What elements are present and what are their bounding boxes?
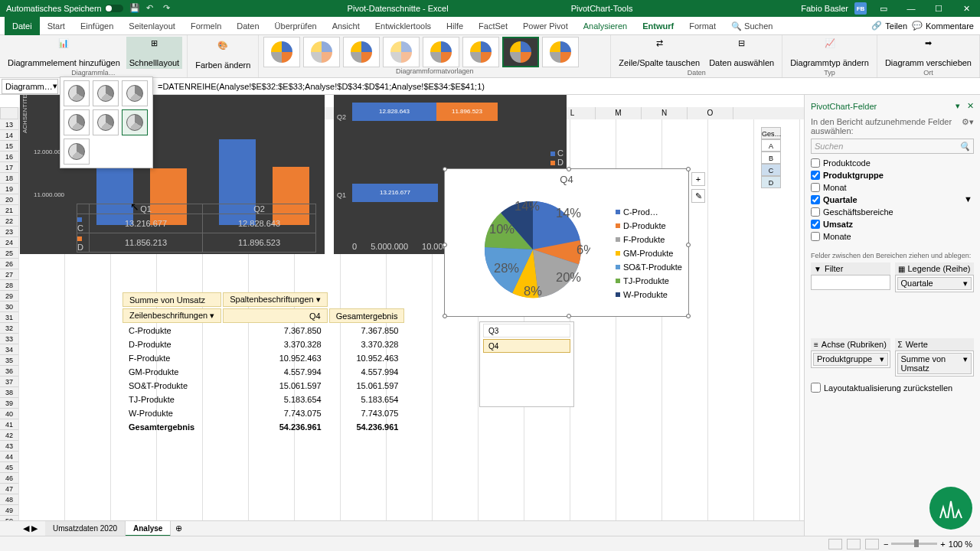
user-avatar[interactable]: FB [854,2,867,15]
slicer-item-q3[interactable]: Q3 [483,324,570,337]
tab-daten[interactable]: Daten [229,17,266,35]
zoom-level[interactable]: 100 % [949,540,972,549]
field-item[interactable]: Produktgruppe [811,169,974,181]
field-item[interactable]: Monat [811,181,974,194]
tab-analysieren[interactable]: Analysieren [576,17,635,35]
tool-title: PivotChart-Tools [571,4,633,13]
chart-plus-button[interactable]: + [691,172,705,186]
comments-button[interactable]: 💬 Kommentare [912,21,974,31]
chart-brush-button[interactable]: ✎ [691,189,705,203]
axis-pill[interactable]: Produktgruppe▾ [813,353,888,366]
quick-layout-button[interactable]: ⊞Schnelllayout [126,37,182,69]
fields-dropdown-icon[interactable]: ▾ [956,101,960,110]
field-item[interactable]: Produktcode [811,157,974,169]
zoom-slider[interactable] [891,543,937,545]
filter-icon[interactable]: ▼ [964,194,972,204]
sheet-tab-umsatz[interactable]: Umsatzdaten 2020 [45,521,126,536]
layout-option-6[interactable] [122,109,148,135]
tab-powerpivot[interactable]: Power Pivot [515,17,576,35]
tab-formeln[interactable]: Formeln [183,17,229,35]
normal-view-button[interactable] [828,539,842,549]
search-tab[interactable]: 🔍 Suchen [724,17,780,35]
switch-row-col-button[interactable]: ⇄Zeile/Spalte tauschen [616,37,703,69]
page-break-view-button[interactable] [865,539,879,549]
move-chart-button[interactable]: ➡Diagramm verschieben [882,37,975,69]
page-layout-view-button[interactable] [847,539,861,549]
maximize-button[interactable]: ☐ [928,0,949,17]
select-all-cell[interactable] [0,107,18,119]
field-item[interactable]: Geschäftsbereiche [811,206,974,218]
values-area[interactable]: Summe von Umsatz▾ [895,350,975,377]
layout-option-2[interactable] [93,80,119,106]
pie-plot[interactable]: 14% 6% 20% 8% 28% 10% 14% [475,192,590,307]
doc-title: Pivot-Datenschnitte - Excel [348,4,449,13]
pie-legend[interactable]: C-Prod…D-ProdukteF-ProdukteGM-ProdukteSO… [616,207,682,304]
legend-pill[interactable]: Quartale▾ [897,277,972,290]
tab-einfuegen[interactable]: Einfügen [73,17,121,35]
tab-factset[interactable]: FactSet [471,17,515,35]
axis-area-header: ≡ Achse (Rubriken) [811,338,890,350]
zoom-out-button[interactable]: − [884,540,888,549]
chart-style-1[interactable] [263,37,300,67]
fields-title: PivotChart-Felder [811,102,877,111]
fields-search[interactable]: Suchen🔍 [811,139,974,154]
tab-entwicklertools[interactable]: Entwicklertools [368,17,439,35]
add-chart-element-button[interactable]: 📊Diagrammelement hinzufügen [5,37,123,69]
minimize-button[interactable]: — [900,0,922,17]
ribbon-options-icon[interactable]: ▭ [873,0,894,17]
search-icon: 🔍 [959,142,970,152]
legend-area[interactable]: Quartale▾ [895,275,975,292]
quarter-slicer[interactable]: Q3 Q4 [479,321,574,407]
field-item[interactable]: Monate [811,230,974,243]
select-data-button[interactable]: ⊟Daten auswählen [706,37,777,69]
new-sheet-button[interactable]: ⊕ [171,523,186,533]
chart-style-8[interactable] [542,37,579,67]
change-colors-button[interactable]: 🎨Farben ändern [192,39,253,71]
filter-area[interactable] [811,275,890,290]
tab-ueberpruefen[interactable]: Überprüfen [267,17,325,35]
autosave-toggle[interactable]: Automatisches Speichern [6,4,123,13]
field-item[interactable]: Quartale [811,194,974,206]
name-box[interactable]: Diagramm…▾ [2,79,58,94]
layout-option-1[interactable] [64,80,90,106]
share-button[interactable]: 🔗 Teilen [871,21,907,31]
change-chart-type-button[interactable]: 📈Diagrammtyp ändern [787,37,872,69]
pie-chart[interactable]: Q4 14% 6% 20% 8% 28% 10% 14% C-Prod…D-Pr… [444,168,689,317]
field-item[interactable]: Umsatz [811,218,974,230]
row-headers[interactable]: 1314151617181920212223242526272829303132… [0,119,18,520]
chart-style-2[interactable] [303,37,340,67]
tab-format[interactable]: Format [681,17,724,35]
chart-style-3[interactable] [343,37,380,67]
pivot-table[interactable]: Summe von UmsatzSpaltenbeschriftungen ▾ … [121,291,406,435]
values-pill[interactable]: Summe von Umsatz▾ [897,353,972,374]
layout-option-3[interactable] [122,80,148,106]
zoom-in-button[interactable]: + [940,540,945,549]
chart-style-6[interactable] [462,37,499,67]
chart-style-4[interactable] [383,37,420,67]
tab-entwurf[interactable]: Entwurf [635,17,681,35]
undo-icon[interactable]: ↶ [146,3,157,14]
axis-area[interactable]: Produktgruppe▾ [811,350,890,368]
mini-slicer[interactable]: Ges… A B C D [761,127,781,188]
layout-option-7[interactable] [64,139,90,165]
layout-option-4[interactable] [64,109,90,135]
gear-icon[interactable]: ⚙▾ [962,117,974,135]
sheet-tab-analyse[interactable]: Analyse [126,521,171,536]
tab-hilfe[interactable]: Hilfe [439,17,471,35]
tab-ansicht[interactable]: Ansicht [325,17,368,35]
tab-file[interactable]: Datei [5,17,40,35]
tab-start[interactable]: Start [40,17,73,35]
close-panel-icon[interactable]: ✕ [967,101,974,110]
close-button[interactable]: ✕ [956,0,977,17]
redo-icon[interactable]: ↷ [163,3,174,14]
save-icon[interactable]: 💾 [129,3,140,14]
pie-title[interactable]: Q4 [445,169,688,185]
chart-style-7[interactable] [502,37,539,67]
sheet-nav-icon[interactable]: ◀ ▶ [23,523,38,533]
tab-seitenlayout[interactable]: Seitenlayout [121,17,183,35]
layout-option-5[interactable] [93,109,119,135]
formula-bar[interactable]: =DATENREIHE(Analyse!$E$32:$E$33;Analyse!… [58,82,980,91]
chart-style-5[interactable] [423,37,459,67]
defer-layout-checkbox[interactable]: Layoutaktualisierung zurückstellen [811,383,974,393]
slicer-item-q4[interactable]: Q4 [483,339,570,353]
